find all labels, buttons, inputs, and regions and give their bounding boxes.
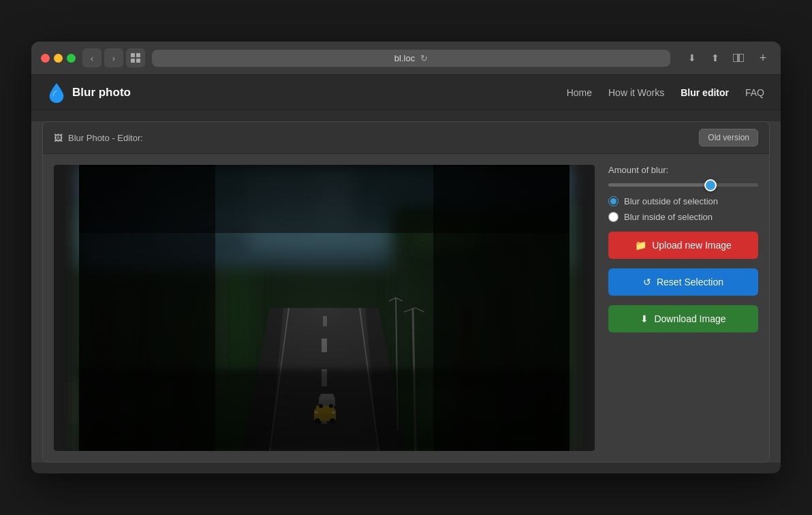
close-button[interactable]	[41, 54, 50, 63]
upload-label: Upload new Image	[652, 240, 732, 251]
blur-mode-radio-group: Blur outside of selection Blur inside of…	[608, 196, 758, 222]
address-bar[interactable]: bl.loc ↻	[152, 50, 670, 67]
editor-panel: 🖼 Blur Photo - Editor: Old version	[42, 121, 770, 463]
editor-title: 🖼 Blur Photo - Editor:	[54, 133, 143, 143]
browser-nav: ‹ ›	[82, 48, 145, 67]
svg-rect-3	[136, 59, 140, 63]
download-label: Download Image	[654, 313, 725, 324]
reset-icon: ↺	[643, 277, 651, 287]
new-tab-button[interactable]: +	[755, 50, 771, 66]
traffic-lights	[41, 54, 76, 63]
controls-sidebar: Amount of blur: Blur outside of selectio…	[608, 165, 758, 451]
logo-icon	[48, 82, 65, 104]
back-button[interactable]: ‹	[82, 48, 102, 67]
sidebar-toggle-button[interactable]	[729, 48, 748, 67]
old-version-button[interactable]: Old version	[699, 129, 758, 146]
svg-rect-58	[79, 165, 569, 451]
minimize-button[interactable]	[54, 54, 63, 63]
svg-rect-0	[131, 53, 135, 57]
browser-actions: ⬇ ⬆	[683, 48, 748, 67]
download-image-button[interactable]: ⬇ Download Image	[608, 305, 758, 332]
nav-faq[interactable]: FAQ	[745, 87, 764, 98]
radio-outside-input[interactable]	[608, 196, 619, 206]
upload-image-button[interactable]: 📁 Upload new Image	[608, 232, 758, 259]
radio-inside-input[interactable]	[608, 212, 619, 222]
blur-slider[interactable]	[608, 183, 758, 187]
blur-amount-label: Amount of blur:	[608, 165, 758, 175]
app-logo: Blur photo	[48, 82, 131, 104]
upload-icon: 📁	[635, 240, 646, 251]
download-icon: ⬇	[640, 313, 649, 324]
main-content: 🖼 Blur Photo - Editor: Old version	[31, 121, 781, 463]
blur-amount-section: Amount of blur:	[608, 165, 758, 187]
svg-rect-2	[131, 59, 135, 63]
nav-blur-editor[interactable]: Blur editor	[681, 87, 729, 98]
app-nav: Home How it Works Blur editor FAQ	[567, 87, 764, 98]
radio-inside-label: Blur inside of selection	[624, 212, 713, 222]
svg-rect-4	[733, 54, 738, 62]
svg-rect-5	[739, 54, 744, 62]
radio-outside[interactable]: Blur outside of selection	[608, 196, 758, 206]
editor-header: 🖼 Blur Photo - Editor: Old version	[43, 122, 769, 154]
editor-title-text: Blur Photo - Editor:	[68, 133, 143, 143]
editor-body: Amount of blur: Blur outside of selectio…	[43, 154, 769, 462]
road-image	[54, 165, 595, 451]
url-text: bl.loc	[394, 53, 415, 63]
browser-titlebar: ‹ › bl.loc ↻ ⬇ ⬆	[31, 42, 781, 75]
forward-button[interactable]: ›	[104, 48, 123, 67]
browser-window: ‹ › bl.loc ↻ ⬇ ⬆	[31, 42, 781, 473]
radio-inside[interactable]: Blur inside of selection	[608, 212, 758, 222]
reload-icon[interactable]: ↻	[420, 53, 428, 63]
reset-label: Reset Selection	[657, 277, 723, 287]
maximize-button[interactable]	[67, 54, 76, 63]
nav-home[interactable]: Home	[567, 87, 592, 98]
radio-outside-label: Blur outside of selection	[624, 196, 718, 206]
share-button[interactable]: ⬆	[706, 48, 725, 67]
editor-icon: 🖼	[54, 133, 63, 143]
download-button[interactable]: ⬇	[683, 48, 702, 67]
nav-how-it-works[interactable]: How it Works	[608, 87, 664, 98]
app-title: Blur photo	[72, 86, 131, 99]
app-navbar: Blur photo Home How it Works Blur editor…	[31, 75, 781, 110]
reset-selection-button[interactable]: ↺ Reset Selection	[608, 268, 758, 296]
tab-layout-button[interactable]	[126, 48, 145, 67]
canvas-area[interactable]	[54, 165, 595, 451]
svg-rect-1	[136, 53, 140, 57]
